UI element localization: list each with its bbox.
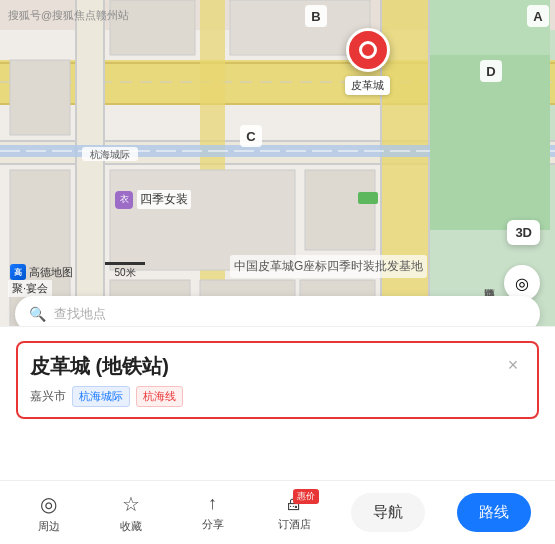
meeting-label: 聚·宴会 (8, 280, 52, 297)
amap-logo: 高 高德地图 (10, 264, 73, 280)
map-pin[interactable]: 皮革城 (345, 28, 390, 95)
amap-logo-text: 高德地图 (29, 265, 73, 280)
svg-text:C: C (246, 129, 256, 144)
popup-city: 嘉兴市 (30, 388, 66, 405)
amap-logo-icon: 高 (10, 264, 26, 280)
popup-info: 皮革城 (地铁站) 嘉兴市 杭海城际 杭海线 (30, 353, 501, 407)
sishu-icon: 衣 (115, 191, 133, 209)
toolbar-nearby[interactable]: ◎ 周边 (24, 492, 74, 534)
map-scale: 50米 (105, 262, 145, 280)
pin-inner (359, 41, 377, 59)
toolbar-collect[interactable]: ☆ 收藏 (106, 492, 156, 534)
nearby-label: 周边 (38, 519, 60, 534)
popup-tag-0[interactable]: 杭海城际 (72, 386, 130, 407)
popup-inner-box: 皮革城 (地铁站) 嘉兴市 杭海城际 杭海线 × (16, 341, 539, 419)
share-label: 分享 (202, 517, 224, 532)
map-small-marker (358, 192, 378, 204)
sishu-label: 四季女装 (137, 190, 191, 209)
toolbar-share[interactable]: ↑ 分享 (188, 493, 238, 532)
svg-rect-20 (305, 170, 375, 250)
collect-icon: ☆ (122, 492, 140, 516)
hotel-badge: 惠价 (293, 489, 319, 504)
location-icon: ◎ (515, 274, 529, 293)
btn-navigation[interactable]: 导航 (351, 493, 425, 532)
popup-tag-1[interactable]: 杭海线 (136, 386, 183, 407)
svg-rect-22 (10, 60, 70, 135)
place-sishu[interactable]: 衣 四季女装 (115, 190, 191, 209)
nearby-icon: ◎ (40, 492, 57, 516)
search-placeholder: 查找地点 (54, 305, 106, 323)
btn-route[interactable]: 路线 (457, 493, 531, 532)
svg-text:B: B (311, 9, 320, 24)
popup-card: 皮革城 (地铁站) 嘉兴市 杭海城际 杭海线 × (0, 326, 555, 480)
map-text-china-leather: 中国皮革城G座标四季时装批发基地 (230, 255, 427, 278)
hotel-label: 订酒店 (278, 517, 311, 532)
bottom-toolbar: ◎ 周边 ☆ 收藏 ↑ 分享 🖨 惠价 订酒店 导航 路线 (0, 480, 555, 544)
share-icon: ↑ (208, 493, 217, 514)
svg-text:D: D (486, 64, 495, 79)
btn-3d[interactable]: 3D (507, 220, 540, 245)
scale-bar-line (105, 262, 145, 265)
search-icon: 🔍 (29, 306, 46, 322)
scale-bar-text: 50米 (114, 266, 135, 280)
popup-header: 皮革城 (地铁站) 嘉兴市 杭海城际 杭海线 × (30, 353, 525, 407)
popup-close-button[interactable]: × (501, 353, 525, 377)
pin-label: 皮革城 (345, 76, 390, 95)
toolbar-hotel[interactable]: 🖨 惠价 订酒店 (269, 493, 319, 532)
popup-title: 皮革城 (地铁站) (30, 353, 501, 380)
collect-label: 收藏 (120, 519, 142, 534)
svg-text:A: A (533, 9, 543, 24)
svg-text:杭海城际: 杭海城际 (89, 149, 130, 160)
pin-circle (346, 28, 390, 72)
popup-tags: 嘉兴市 杭海城际 杭海线 (30, 386, 501, 407)
watermark: 搜狐号@搜狐焦点赣州站 (8, 8, 129, 23)
